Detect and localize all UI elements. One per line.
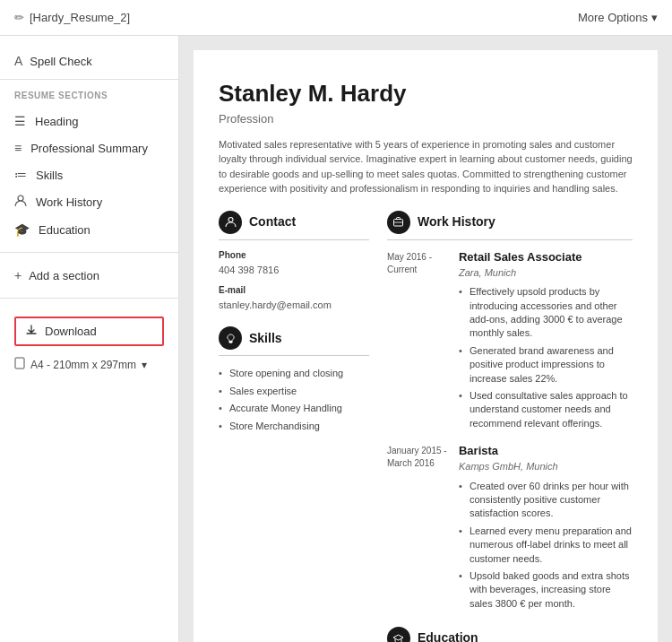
add-section-item[interactable]: + Add a section: [0, 262, 178, 289]
work-entry-1-bullet-1: Learned every menu preparation and numer…: [459, 523, 633, 568]
education-section: Education B. Sc.: Business Administratio…: [387, 627, 633, 642]
heading-icon: ☰: [14, 114, 26, 128]
work-entry-0-bullet-2: Used consultative sales approach to unde…: [459, 387, 633, 432]
skill-item-2: Accurate Money Handling: [219, 400, 369, 417]
page-size-chevron: ▾: [142, 359, 147, 371]
work-history-icon: [14, 195, 27, 210]
contact-icon: [219, 211, 242, 234]
sidebar-item-heading-label: Heading: [35, 115, 78, 128]
skills-section: Skills Store opening and closing Sales e…: [219, 326, 369, 435]
skills-section-header: Skills: [219, 326, 369, 356]
work-entry-1-date: January 2015 - March 2016: [387, 443, 450, 612]
svg-point-2: [228, 218, 233, 222]
work-history-section-header: Work History: [387, 211, 633, 240]
skill-item-1: Sales expertise: [219, 383, 369, 400]
work-history-section: Work History May 2016 - Current Retail S…: [387, 211, 633, 613]
work-entry-1: January 2015 - March 2016 Barista Kamps …: [387, 443, 633, 612]
skill-item-3: Store Merchandising: [219, 418, 369, 435]
page-size-item[interactable]: A4 - 210mm x 297mm ▾: [0, 353, 178, 376]
plus-icon: +: [14, 268, 22, 282]
work-entry-0-company: Zara, Munich: [459, 266, 633, 280]
sidebar-item-heading[interactable]: ☰ Heading: [0, 108, 178, 134]
sidebar: A Spell Check RESUME SECTIONS ☰ Heading …: [0, 36, 179, 642]
work-entry-0-bullet-1: Generated brand awareness and positive p…: [459, 343, 633, 387]
sidebar-item-professional-summary[interactable]: ≡ Professional Summary: [0, 134, 178, 161]
document-title-area: ✏ [Hardy_Resume_2]: [14, 11, 130, 24]
main-layout: A Spell Check RESUME SECTIONS ☰ Heading …: [0, 36, 672, 642]
sidebar-item-professional-summary-label: Professional Summary: [30, 142, 148, 155]
education-label: Education: [418, 629, 478, 642]
work-entry-1-bullets: Created over 60 drinks per hour with con…: [459, 478, 633, 613]
page-icon: [14, 357, 25, 372]
work-history-label: Work History: [418, 213, 495, 231]
content-area: Stanley M. Hardy Profession Motivated sa…: [179, 36, 672, 642]
svg-rect-4: [229, 342, 232, 343]
skill-item-0: Store opening and closing: [219, 365, 369, 382]
resume-right-column: Work History May 2016 - Current Retail S…: [387, 211, 633, 642]
sidebar-item-skills-label: Skills: [36, 169, 63, 182]
work-entry-0-content: Retail Sales Associate Zara, Munich Effe…: [459, 249, 633, 432]
phone-value: 404 398 7816: [219, 264, 369, 277]
resume-document: Stanley M. Hardy Profession Motivated sa…: [194, 50, 658, 642]
download-icon: [25, 324, 38, 339]
spell-check-item[interactable]: A Spell Check: [14, 54, 164, 68]
resume-summary: Motivated sales representative with 5 ye…: [219, 137, 633, 196]
education-section-header: Education: [387, 627, 633, 642]
add-section-label: Add a section: [29, 269, 99, 282]
work-entries-container: May 2016 - Current Retail Sales Associat…: [387, 249, 633, 613]
education-icon: 🎓: [14, 222, 30, 237]
svg-rect-1: [15, 358, 24, 369]
skills-label: Skills: [249, 330, 282, 348]
document-title: [Hardy_Resume_2]: [30, 11, 130, 24]
work-entry-1-bullet-0: Created over 60 drinks per hour with con…: [459, 478, 633, 523]
email-value: stanley.hardy@email.com: [219, 299, 369, 312]
work-entry-1-company: Kamps GmbH, Munich: [459, 460, 633, 473]
spell-check-icon: A: [14, 54, 22, 68]
resume-name: Stanley M. Hardy: [219, 77, 633, 109]
svg-point-0: [18, 195, 23, 201]
work-entry-1-bullet-2: Upsold baked goods and extra shots with …: [459, 568, 633, 612]
more-options-label: More Options: [578, 11, 648, 24]
sidebar-item-education[interactable]: 🎓 Education: [0, 216, 178, 243]
page-size-label: A4 - 210mm x 297mm: [30, 359, 136, 371]
work-entry-0: May 2016 - Current Retail Sales Associat…: [387, 249, 633, 432]
contact-label: Contact: [249, 213, 296, 231]
email-label: E-mail: [219, 284, 369, 297]
resume-profession: Profession: [219, 111, 633, 127]
sidebar-item-work-history[interactable]: Work History: [0, 188, 178, 216]
resume-left-column: Contact Phone 404 398 7816 E-mail stanle…: [219, 211, 369, 642]
more-options-button[interactable]: More Options ▾: [578, 11, 658, 24]
work-entry-0-bullets: Effectively upsold products by introduci…: [459, 283, 633, 432]
contact-section-header: Contact: [219, 211, 369, 240]
work-entry-0-bullet-0: Effectively upsold products by introduci…: [459, 283, 633, 343]
top-bar: ✏ [Hardy_Resume_2] More Options ▾: [0, 0, 672, 36]
skills-icon-circle: [219, 326, 242, 350]
phone-label: Phone: [219, 249, 369, 262]
work-history-icon-circle: [387, 211, 410, 234]
work-entry-1-content: Barista Kamps GmbH, Munich Created over …: [459, 443, 633, 612]
work-entry-0-date: May 2016 - Current: [387, 249, 450, 432]
professional-summary-icon: ≡: [14, 141, 22, 155]
work-entry-1-title: Barista: [459, 443, 633, 459]
resume-sections-label: RESUME SECTIONS: [0, 91, 178, 108]
work-entry-0-title: Retail Sales Associate: [459, 249, 633, 265]
skills-icon: ≔: [14, 168, 27, 182]
contact-section: Contact Phone 404 398 7816 E-mail stanle…: [219, 211, 369, 313]
resume-columns: Contact Phone 404 398 7816 E-mail stanle…: [219, 211, 633, 642]
spell-check-section: A Spell Check: [0, 50, 178, 80]
sidebar-item-education-label: Education: [39, 223, 90, 237]
download-button[interactable]: Download: [14, 317, 164, 346]
sidebar-item-work-history-label: Work History: [36, 195, 102, 209]
spell-check-label: Spell Check: [30, 55, 91, 68]
skills-list: Store opening and closing Sales expertis…: [219, 365, 369, 435]
sidebar-divider-2: [0, 298, 178, 299]
sidebar-divider-1: [0, 252, 178, 253]
education-icon-circle: [387, 627, 410, 642]
download-label: Download: [45, 325, 97, 338]
edit-icon: ✏: [14, 11, 24, 24]
chevron-down-icon: ▾: [651, 11, 658, 24]
sidebar-item-skills[interactable]: ≔ Skills: [0, 161, 178, 188]
